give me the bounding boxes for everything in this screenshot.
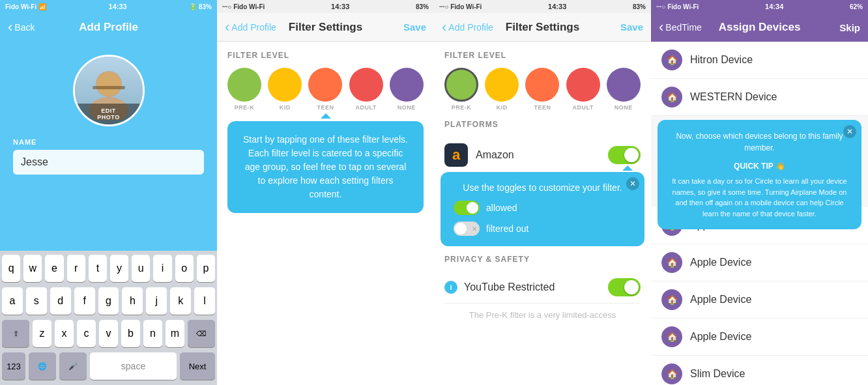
key-c[interactable]: c bbox=[77, 320, 96, 347]
key-y[interactable]: y bbox=[110, 255, 128, 282]
device-slim[interactable]: 🏠 Slim Device bbox=[651, 356, 868, 385]
circle3-prek[interactable]: PRE-K bbox=[444, 68, 478, 111]
device-western[interactable]: 🏠 WESTERN Device bbox=[651, 79, 868, 116]
svg-point-2 bbox=[97, 72, 121, 96]
legend-filtered: ✕ filtered out bbox=[454, 221, 631, 236]
key-g[interactable]: g bbox=[98, 287, 119, 315]
key-next[interactable]: Next bbox=[180, 352, 215, 380]
key-u[interactable]: u bbox=[132, 255, 150, 282]
panel-filter-tooltip: ···○ Fido Wi-Fi 14:33 83% Add Profile Fi… bbox=[217, 0, 434, 385]
device-hitron[interactable]: 🏠 Hitron Device bbox=[651, 42, 868, 79]
device-apple-4[interactable]: 🏠 Apple Device bbox=[651, 319, 868, 356]
panel2-body: FILTER LEVEL PRE-K KID TEEN ADULT NONE bbox=[217, 42, 434, 385]
status-bar-3: ···○ Fido Wi-Fi 14:33 83% bbox=[434, 0, 651, 13]
key-space[interactable]: space bbox=[90, 352, 177, 380]
assign-tooltip-close[interactable]: ✕ bbox=[843, 125, 856, 138]
key-s[interactable]: s bbox=[26, 287, 47, 315]
circle-prek-dot bbox=[227, 68, 261, 102]
circle3-teen-dot bbox=[525, 68, 559, 102]
back-button-3[interactable]: Add Profile bbox=[442, 19, 493, 36]
status-bar-2: ···○ Fido Wi-Fi 14:33 83% bbox=[217, 0, 434, 13]
circle3-adult[interactable]: ADULT bbox=[566, 68, 600, 111]
key-f[interactable]: f bbox=[74, 287, 95, 315]
hitron-icon: 🏠 bbox=[661, 50, 682, 70]
device-apple-2[interactable]: 🏠 Apple Device bbox=[651, 244, 868, 281]
circle-adult-dot bbox=[349, 68, 383, 102]
key-b[interactable]: b bbox=[121, 320, 140, 347]
key-j[interactable]: j bbox=[146, 287, 167, 315]
toggle-tooltip-close[interactable]: ✕ bbox=[626, 177, 639, 190]
key-h[interactable]: h bbox=[122, 287, 143, 315]
key-d[interactable]: d bbox=[50, 287, 71, 315]
key-emoji[interactable]: 🌐 bbox=[29, 352, 56, 380]
circle3-none[interactable]: NONE bbox=[607, 68, 641, 111]
kb-row-4: 123 🌐 🎤 space Next bbox=[2, 352, 215, 380]
circle3-kid[interactable]: KID bbox=[485, 68, 519, 111]
key-n[interactable]: n bbox=[143, 320, 162, 347]
filter-level-title-2: FILTER LEVEL bbox=[227, 51, 424, 60]
key-a[interactable]: a bbox=[2, 287, 23, 315]
circle-kid[interactable]: KID bbox=[268, 68, 302, 111]
panel-add-profile: Fido Wi-Fi 📶 14:33 🔋 83% Back Add Profil… bbox=[0, 0, 217, 385]
key-z[interactable]: z bbox=[33, 320, 51, 347]
key-r[interactable]: r bbox=[67, 255, 85, 282]
platforms-title: PLATFORMS bbox=[444, 120, 641, 129]
circle-teen-dot bbox=[308, 68, 342, 102]
legend-allowed: allowed bbox=[454, 201, 631, 215]
key-shift[interactable]: ⇧ bbox=[2, 320, 29, 347]
key-p[interactable]: p bbox=[197, 255, 215, 282]
avatar[interactable]: EDITPHOTO bbox=[73, 55, 145, 126]
circle3-none-dot bbox=[607, 68, 641, 102]
skip-button[interactable]: Skip bbox=[839, 22, 860, 33]
back-button-2[interactable]: Add Profile bbox=[225, 19, 276, 36]
key-o[interactable]: o bbox=[175, 255, 194, 282]
back-button-1[interactable]: Back bbox=[8, 19, 35, 36]
apple3-icon: 🏠 bbox=[661, 289, 682, 310]
nav-title-3: Filter Settings bbox=[506, 21, 579, 34]
key-w[interactable]: w bbox=[23, 255, 42, 282]
nav-bar-4: BedTime Assign Devices Skip bbox=[651, 13, 868, 42]
key-x[interactable]: x bbox=[55, 320, 74, 347]
circle-prek[interactable]: PRE-K bbox=[227, 68, 261, 111]
svg-rect-3 bbox=[93, 86, 125, 89]
back-button-4[interactable]: BedTime bbox=[659, 19, 702, 36]
key-mic[interactable]: 🎤 bbox=[59, 352, 87, 380]
key-q[interactable]: q bbox=[2, 255, 20, 282]
key-l[interactable]: l bbox=[194, 287, 215, 315]
device-apple-3[interactable]: 🏠 Apple Device bbox=[651, 281, 868, 319]
privacy-title: PRIVACY & SAFETY bbox=[444, 255, 641, 264]
platform-amazon: a Amazon bbox=[444, 137, 641, 174]
key-k[interactable]: k bbox=[170, 287, 191, 315]
western-icon: 🏠 bbox=[661, 87, 682, 107]
circle-adult[interactable]: ADULT bbox=[349, 68, 383, 111]
key-t[interactable]: t bbox=[89, 255, 107, 282]
toggle-legend: allowed ✕ filtered out bbox=[454, 201, 631, 236]
save-button-2[interactable]: Save bbox=[403, 21, 426, 33]
filter-circles-3: PRE-K KID TEEN ADULT NONE bbox=[444, 68, 641, 111]
circle3-teen[interactable]: TEEN bbox=[525, 68, 559, 111]
youtube-toggle[interactable] bbox=[608, 278, 641, 296]
back-chevron-2 bbox=[225, 19, 229, 36]
footer-text: The Pre-K filter is a very limited-acces… bbox=[444, 304, 641, 326]
edit-photo-label: EDITPHOTO bbox=[75, 104, 143, 124]
circle-none[interactable]: NONE bbox=[390, 68, 424, 111]
key-m[interactable]: m bbox=[166, 320, 184, 347]
carrier-1: Fido Wi-Fi 📶 bbox=[5, 3, 46, 10]
nav-bar-3: Add Profile Filter Settings Save bbox=[434, 13, 651, 42]
toggle-tooltip-text: Use the toggles to customize your filter… bbox=[454, 182, 631, 193]
keyboard: q w e r t y u i o p a s d f g h j k l ⇧ … bbox=[0, 251, 217, 385]
youtube-info-icon: i bbox=[444, 281, 457, 294]
key-123[interactable]: 123 bbox=[2, 352, 25, 380]
back-chevron-1 bbox=[8, 19, 12, 36]
back-chevron-4 bbox=[659, 19, 663, 36]
key-delete[interactable]: ⌫ bbox=[188, 320, 215, 347]
name-input[interactable] bbox=[13, 150, 204, 175]
circle-teen[interactable]: TEEN bbox=[308, 68, 342, 111]
save-button-3[interactable]: Save bbox=[620, 21, 643, 33]
slim-icon: 🏠 bbox=[661, 364, 682, 384]
key-e[interactable]: e bbox=[45, 255, 63, 282]
assign-tooltip-main: Now, choose which devices belong to this… bbox=[669, 130, 850, 154]
key-i[interactable]: i bbox=[153, 255, 171, 282]
amazon-toggle[interactable] bbox=[608, 146, 641, 164]
key-v[interactable]: v bbox=[99, 320, 118, 347]
